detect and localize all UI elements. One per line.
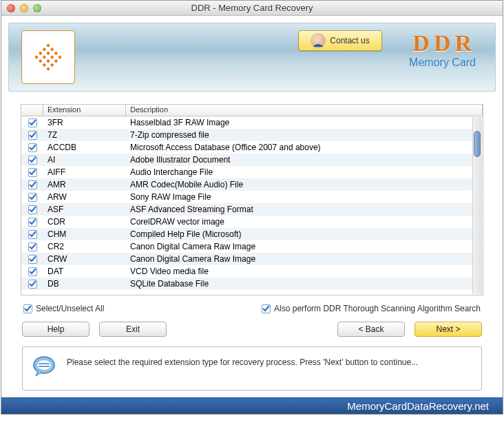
row-description: Compiled Help File (Microsoft) [126,229,483,239]
svg-rect-15 [43,63,47,67]
header-banner: Contact us DDR Memory Card [8,23,496,92]
row-description: SQLite Database File [126,279,483,289]
table-row[interactable]: CR2Canon Digital Camera Raw Image [21,240,483,253]
scrollbar-thumb[interactable] [474,131,481,157]
thorough-scan-option[interactable]: Also perform DDR Thorough Scanning Algor… [262,304,481,313]
app-logo [21,30,75,84]
footer-url: MemoryCardDataRecovery.net [347,400,489,412]
row-checkbox[interactable] [28,180,37,189]
table-row[interactable]: DBSQLite Database File [21,278,483,290]
svg-rect-11 [46,59,50,63]
row-description: Canon Digital Camera Raw Image [126,254,483,264]
table-row[interactable]: ACCDBMicrosoft Access Database (Office 2… [21,141,483,154]
info-panel: Please select the required extension typ… [22,346,482,391]
window-title: DDR - Memory Card Recovery [1,3,503,13]
button-row: Help Exit < Back Next > [22,322,482,337]
row-description: Audio Interchange File [126,167,483,177]
svg-rect-8 [54,59,58,63]
footer-bar: MemoryCardDataRecovery.net [1,397,503,414]
row-checkbox[interactable] [28,143,37,152]
table-row[interactable]: AMRAMR Codec(Mobile Audio) File [21,178,483,191]
table-row[interactable]: AIFFAudio Interchange File [21,166,483,178]
table-row[interactable]: 3FRHasselblad 3F RAW Image [21,116,483,129]
svg-rect-13 [34,55,39,59]
row-description: CorelDRAW vector image [126,217,483,227]
column-checkbox[interactable] [21,105,43,116]
row-checkbox-cell[interactable] [21,205,43,214]
svg-rect-10 [43,55,47,59]
row-checkbox-cell[interactable] [21,143,43,152]
row-checkbox-cell[interactable] [21,167,43,177]
row-checkbox[interactable] [28,193,37,202]
back-button[interactable]: < Back [337,322,405,337]
row-extension: CR2 [43,242,126,251]
row-checkbox-cell[interactable] [21,267,43,276]
brand-sub: Memory Card [409,56,476,69]
table-row[interactable]: CHMCompiled Help File (Microsoft) [21,228,483,240]
table-row[interactable]: CDRCorelDRAW vector image [21,216,483,228]
row-description: AMR Codec(Mobile Audio) File [126,180,483,189]
row-checkbox-cell[interactable] [21,217,43,227]
row-checkbox[interactable] [28,168,37,177]
table-body[interactable]: 3FRHasselblad 3F RAW Image7Z7-Zip compre… [21,116,483,295]
row-checkbox[interactable] [28,218,37,227]
svg-rect-3 [54,52,58,56]
row-checkbox-cell[interactable] [21,180,43,189]
extension-table: Extension Description 3FRHasselblad 3F R… [21,104,483,295]
row-checkbox[interactable] [28,280,37,289]
row-checkbox[interactable] [28,131,37,140]
row-checkbox[interactable] [28,156,37,165]
row-extension: CHM [43,229,126,239]
thorough-scan-checkbox[interactable] [262,304,271,313]
row-extension: CDR [43,217,126,227]
row-checkbox[interactable] [28,205,37,214]
row-description: Microsoft Access Database (Office 2007 a… [126,143,483,152]
table-row[interactable]: ARWSony RAW Image File [21,191,483,203]
row-checkbox-cell[interactable] [21,130,43,140]
contact-avatar-icon [311,33,326,48]
row-description: ASF Advanced Streaming Format [126,205,483,214]
column-description[interactable]: Description [126,105,483,116]
contact-us-label: Contact us [330,36,369,45]
row-checkbox-cell[interactable] [21,254,43,264]
help-button[interactable]: Help [22,322,90,337]
table-row[interactable]: ASFASF Advanced Streaming Format [21,203,483,216]
table-row[interactable]: AIAdobe Illustrator Document [21,154,483,166]
select-all-option[interactable]: Select/Unselect All [23,304,104,313]
row-checkbox-cell[interactable] [21,229,43,239]
titlebar: DDR - Memory Card Recovery [1,1,503,16]
next-button[interactable]: Next > [414,322,482,337]
row-checkbox[interactable] [28,242,37,251]
svg-rect-12 [50,63,54,67]
svg-rect-2 [50,48,54,52]
row-checkbox-cell[interactable] [21,155,43,165]
table-row[interactable]: CRWCanon Digital Camera Raw Image [21,253,483,265]
row-checkbox-cell[interactable] [21,118,43,127]
row-extension: DB [43,279,126,289]
row-extension: 3FR [43,118,126,127]
svg-rect-7 [50,55,54,59]
svg-point-17 [315,36,321,41]
row-extension: AMR [43,180,126,189]
table-header: Extension Description [21,105,483,116]
row-description: Sony RAW Image File [126,192,483,202]
exit-button[interactable]: Exit [99,322,167,337]
table-row[interactable]: 7Z7-Zip compressed file [21,129,483,141]
row-checkbox[interactable] [28,118,37,127]
info-text: Please select the required extension typ… [67,355,418,369]
svg-rect-5 [43,48,47,52]
select-all-checkbox[interactable] [23,304,32,313]
svg-rect-9 [39,52,43,56]
row-checkbox[interactable] [28,267,37,276]
row-extension: CRW [43,254,126,264]
row-checkbox[interactable] [28,255,37,264]
column-extension[interactable]: Extension [43,105,126,116]
row-checkbox-cell[interactable] [21,192,43,202]
contact-us-button[interactable]: Contact us [298,30,382,51]
row-checkbox-cell[interactable] [21,279,43,289]
row-description: VCD Video media file [126,267,483,276]
table-row[interactable]: DATVCD Video media file [21,265,483,278]
scrollbar-track[interactable] [472,117,482,294]
row-checkbox-cell[interactable] [21,242,43,251]
row-checkbox[interactable] [28,230,37,239]
